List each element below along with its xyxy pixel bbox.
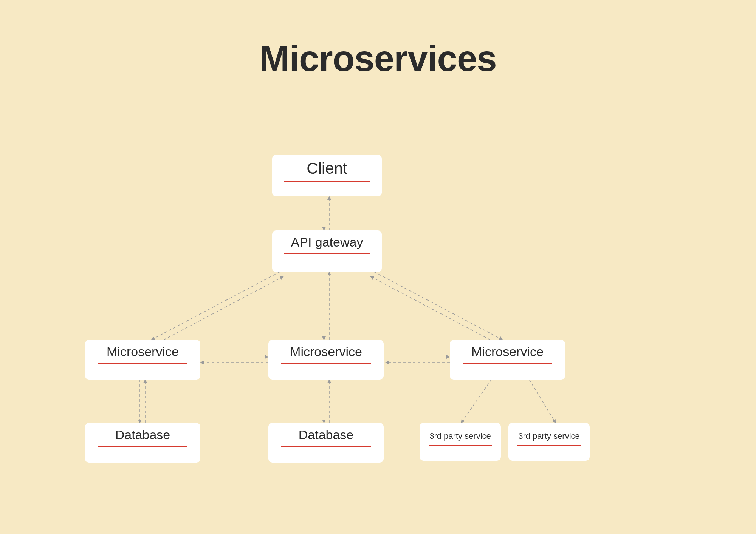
node-underline bbox=[281, 363, 371, 364]
node-client-label: Client bbox=[307, 159, 347, 177]
svg-line-6 bbox=[374, 272, 503, 340]
diagram-canvas: Microservices bbox=[0, 0, 756, 534]
node-api-gateway-label: API gateway bbox=[291, 235, 363, 250]
node-database-1-label: Database bbox=[115, 428, 170, 442]
node-underline bbox=[429, 445, 492, 446]
node-microservice-1-label: Microservice bbox=[107, 344, 179, 359]
svg-line-16 bbox=[461, 380, 491, 423]
node-api-gateway: API gateway bbox=[272, 230, 382, 272]
node-microservice-2: Microservice bbox=[268, 340, 384, 380]
svg-line-7 bbox=[370, 276, 499, 344]
node-database-2-label: Database bbox=[299, 428, 354, 442]
node-underline bbox=[98, 446, 188, 447]
node-third-party-1-label: 3rd party service bbox=[429, 431, 491, 441]
diagram-title: Microservices bbox=[0, 38, 756, 79]
node-microservice-1: Microservice bbox=[85, 340, 200, 380]
node-underline bbox=[463, 363, 553, 364]
svg-line-17 bbox=[529, 380, 556, 423]
svg-line-2 bbox=[151, 272, 280, 340]
node-underline bbox=[98, 363, 188, 364]
node-microservice-2-label: Microservice bbox=[290, 344, 362, 359]
node-database-2: Database bbox=[268, 423, 384, 463]
node-third-party-2-label: 3rd party service bbox=[518, 431, 580, 441]
node-database-1: Database bbox=[85, 423, 200, 463]
node-microservice-3: Microservice bbox=[450, 340, 565, 380]
node-underline bbox=[284, 181, 370, 182]
node-underline bbox=[284, 253, 370, 254]
node-microservice-3-label: Microservice bbox=[471, 344, 544, 359]
node-third-party-2: 3rd party service bbox=[508, 423, 590, 461]
node-third-party-1: 3rd party service bbox=[420, 423, 501, 461]
node-underline bbox=[517, 445, 581, 446]
node-client: Client bbox=[272, 155, 382, 196]
node-underline bbox=[281, 446, 371, 447]
svg-line-3 bbox=[155, 276, 284, 344]
